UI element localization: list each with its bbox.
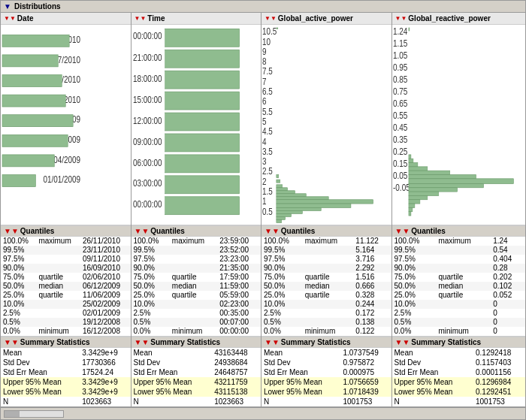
table-row: 10.0%02:23:00 [132,300,261,309]
svg-rect-63 [277,207,321,210]
svg-text:0.55: 0.55 [392,110,407,121]
table-row: 97.5%3.716 [261,255,391,264]
table-row: 10.0%0 [392,300,525,309]
table-row: 50.0%median06/12/2009 [1,282,131,291]
table-row: 0.5%00:07:00 [132,318,261,327]
table-row: 2.5%00:35:00 [132,309,261,318]
table-row: 25.0%quartile0.328 [261,291,391,300]
svg-text:18:00:00: 18:00:00 [132,72,162,83]
table-row: 97.5%23:23:00 [132,255,261,264]
gap-header-icon: ▼▼ [265,15,277,22]
panel-time: ▼▼ Time 00:00:00 21:00:00 18:00:00 15:00… [132,13,262,406]
gap-summary: ▼▼ Summary Statistics Mean1.0737549 Std … [261,336,391,406]
table-row: Std Err Mean0.0001156 [392,367,525,377]
table-row: 0.0%minimum0 [392,327,525,336]
svg-rect-59 [277,194,307,197]
svg-rect-86 [408,167,427,171]
svg-rect-13 [2,155,54,167]
date-summary-table: Mean3.3429e+9 Std Dev17730366 Std Err Me… [1,348,131,406]
table-row: 2.5%0 [392,309,525,318]
panel-time-header: ▼▼ Time [132,13,261,25]
svg-text:1.05: 1.05 [392,50,407,61]
scrollbar-thumb[interactable] [5,411,20,417]
svg-rect-29 [165,155,239,173]
svg-text:0.75: 0.75 [392,86,407,97]
panel-date-header: ▼▼ Date [1,13,131,25]
gap-header-label: Global_active_power [278,14,353,23]
svg-text:0.15: 0.15 [392,157,407,168]
svg-rect-11 [2,134,68,147]
time-quantiles-icon: ▼▼ [135,227,150,235]
svg-rect-67 [277,219,282,222]
date-quantiles-header: ▼▼ Quantiles [1,225,131,237]
svg-rect-17 [165,29,239,47]
grp-header-icon: ▼▼ [395,15,407,22]
table-row: 0.0%minimum00:00:00 [132,327,261,336]
svg-rect-97 [408,212,410,216]
svg-text:0.45: 0.45 [392,122,407,133]
gap-summary-header: ▼▼ Summary Statistics [261,337,391,348]
svg-rect-83 [408,155,410,159]
table-row: 0.5%0 [392,318,525,327]
svg-text:09:00:00: 09:00:00 [132,135,162,147]
table-row: N1001753 [261,397,391,406]
svg-rect-95 [408,204,414,207]
grp-summary-icon: ▼▼ [395,338,410,346]
table-row: 99.5%23/11/2010 [1,246,131,255]
svg-rect-93 [408,195,427,199]
table-row: 0.0%minimum0.122 [261,327,391,336]
table-row: Upper 95% Mean0.1296984 [392,377,525,387]
table-row: Std Err Mean0.000975 [261,367,391,377]
horizontal-scrollbar[interactable] [4,410,64,418]
gap-histogram: 10.5 10 9 8 7.5 7 6.5 6 5.5 5 4.5 4 3.5 … [261,25,391,225]
table-row: 90.0%2.292 [261,264,391,273]
panel-gap-header: ▼▼ Global_active_power [261,13,391,25]
table-row: 90.0%0.28 [392,264,525,273]
table-row: N1023663 [132,397,261,406]
gap-quantiles-icon: ▼▼ [265,227,280,235]
svg-text:0.25: 0.25 [392,145,407,156]
table-row: Lower 95% Mean1.0718439 [261,387,391,397]
bottom-scrollbar-bar [1,407,525,419]
date-quantile-table: 100.0%maximum26/11/2010 99.5%23/11/2010 … [1,237,131,336]
grp-chart: 1.24 1.15 1.05 0.95 0.85 0.75 0.65 0.55 … [392,25,525,225]
table-row: 75.0%quartile17:59:00 [132,273,261,282]
svg-rect-96 [408,207,412,211]
table-row: Std Dev0.975872 [261,358,391,367]
time-summary-header: ▼▼ Summary Statistics [132,337,261,348]
svg-rect-15 [2,175,36,187]
grp-summary: ▼▼ Summary Statistics Mean0.1292418 Std … [392,336,525,406]
panel-date: ▼▼ Date 01/10/2010 01/07/2010 01/04/2010… [1,13,132,406]
grp-summary-label: Summary Statistics [411,338,481,346]
time-summary-label: Summary Statistics [150,338,220,346]
table-row: 0.5%0.138 [261,318,391,327]
svg-rect-58 [277,191,295,194]
svg-text:00:00:00: 00:00:00 [132,29,162,41]
panel-global-reactive-power: ▼▼ Global_reactive_power 1.24 1.15 1.05 … [392,13,525,406]
table-row: 99.5%23:52:00 [132,246,261,255]
svg-text:0.95: 0.95 [392,62,407,73]
table-row: 25.0%quartile0.052 [392,291,525,300]
table-row: 99.5%5.164 [261,246,391,255]
table-row: 100.0%maximum23:59:00 [132,237,261,246]
time-quantiles-header: ▼▼ Quantiles [132,225,261,237]
table-row: 2.5%0.172 [261,309,391,318]
time-quantiles: ▼▼ Quantiles 100.0%maximum23:59:00 99.5%… [132,225,261,336]
grp-quantiles-icon: ▼▼ [395,227,410,235]
table-row: Mean43163448 [132,348,261,358]
gap-quantiles-label: Quantiles [281,227,316,235]
svg-rect-23 [165,92,239,110]
date-quantiles: ▼▼ Quantiles 100.0%maximum26/11/2010 99.… [1,225,131,336]
svg-rect-5 [2,75,62,87]
svg-rect-91 [408,188,457,192]
table-row: Lower 95% Mean3.3429e+9 [1,387,131,397]
table-row: 100.0%maximum1.24 [392,237,525,246]
table-row: Std Dev24938684 [132,358,261,367]
svg-rect-3 [2,55,58,67]
date-summary-label: Summary Statistics [20,338,90,346]
svg-text:0.85: 0.85 [392,74,407,85]
svg-text:03:00:00: 03:00:00 [132,177,162,189]
table-row: Lower 95% Mean0.1292451 [392,387,525,397]
time-histogram: 00:00:00 21:00:00 18:00:00 15:00:00 12:0… [132,25,261,225]
table-row: 25.0%quartile05:59:00 [132,291,261,300]
